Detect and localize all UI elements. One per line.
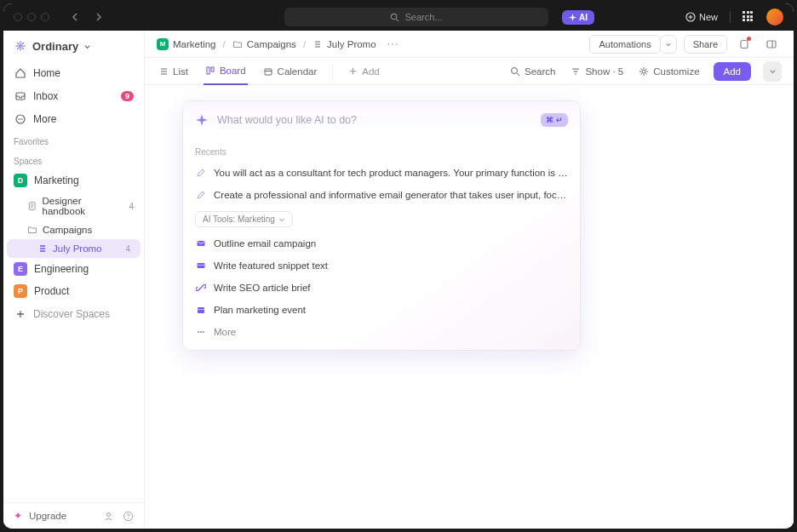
tool-item[interactable]: Write SEO article brief xyxy=(183,277,580,299)
svg-rect-21 xyxy=(198,265,205,266)
tree-label: Designer handbook xyxy=(43,196,124,216)
panel-icon xyxy=(765,38,777,50)
upgrade-label[interactable]: Upgrade xyxy=(29,511,66,521)
svg-point-11 xyxy=(128,518,129,518)
svg-point-9 xyxy=(106,512,110,516)
nav-back[interactable] xyxy=(66,8,85,26)
svg-rect-23 xyxy=(198,309,204,310)
dots-icon xyxy=(195,326,207,338)
recent-item[interactable]: You will act as a consultant for tech pr… xyxy=(183,162,580,184)
crumb-space[interactable]: M Marketing xyxy=(157,38,216,50)
tool-item[interactable]: Write featured snippet text xyxy=(183,255,580,277)
card-icon xyxy=(195,260,207,272)
crumb-page[interactable]: July Promo xyxy=(312,39,376,49)
maximize-dot[interactable] xyxy=(41,13,49,21)
home-icon xyxy=(14,66,26,79)
recent-text: Create a professional and informative em… xyxy=(214,190,568,200)
ai-prompt-row[interactable]: What would you like AI to do? ⌘ ↵ xyxy=(183,101,580,139)
new-label: New xyxy=(699,12,718,22)
automations-button[interactable]: Automations xyxy=(589,35,660,54)
plus-circle-icon xyxy=(685,12,696,22)
panel-toggle[interactable] xyxy=(761,34,782,54)
new-button[interactable]: New xyxy=(685,12,718,22)
user-avatar[interactable] xyxy=(766,9,783,26)
global-search[interactable]: Search... xyxy=(284,8,548,26)
sidebar-footer: ✦ Upgrade xyxy=(3,502,144,529)
tree-campaigns[interactable]: Campaigns xyxy=(3,220,144,239)
minimize-dot[interactable] xyxy=(27,13,36,21)
sidebar-home[interactable]: Home xyxy=(3,61,144,84)
tree-july-promo[interactable]: July Promo 4 xyxy=(7,239,140,258)
view-board[interactable]: Board xyxy=(204,58,248,85)
automations-dropdown[interactable] xyxy=(660,35,677,54)
nav-forward[interactable] xyxy=(89,8,107,26)
tool-item[interactable]: Plan marketing event xyxy=(183,299,580,321)
svg-point-24 xyxy=(198,331,199,333)
crumb-folder-label: Campaigns xyxy=(247,39,296,49)
recents-label: Recents xyxy=(183,142,580,162)
list-icon xyxy=(312,39,323,49)
tool-text: Write featured snippet text xyxy=(214,260,328,271)
folder-icon xyxy=(232,39,243,49)
apps-icon[interactable] xyxy=(743,11,754,23)
close-dot[interactable] xyxy=(14,13,22,21)
svg-rect-14 xyxy=(207,67,209,74)
tree-designer-handbook[interactable]: Designer handbook 4 xyxy=(3,192,144,220)
view-add[interactable]: Add xyxy=(347,58,381,85)
notifications-button[interactable] xyxy=(734,34,754,54)
more-label: More xyxy=(33,113,56,125)
svg-rect-13 xyxy=(767,41,776,48)
sidebar-more[interactable]: More xyxy=(3,107,144,130)
tool-text: Plan marketing event xyxy=(214,305,306,315)
toolbar-search[interactable]: Search xyxy=(508,58,557,85)
svg-rect-16 xyxy=(265,69,272,75)
view-tabs: List Board Calendar Add xyxy=(145,58,794,85)
svg-point-7 xyxy=(21,118,23,120)
help-icon[interactable] xyxy=(123,511,134,522)
more-menu-icon[interactable]: ⋯ xyxy=(387,37,398,51)
recent-item[interactable]: Create a professional and informative em… xyxy=(183,184,580,206)
workspace-switcher[interactable]: Ordinary xyxy=(3,31,144,61)
space-product[interactable]: P Product xyxy=(3,280,144,302)
folder-icon xyxy=(27,225,37,235)
svg-rect-19 xyxy=(198,241,205,246)
discover-spaces[interactable]: Discover Spaces xyxy=(3,302,144,325)
doc-icon xyxy=(27,201,37,211)
tools-chip[interactable]: AI Tools: Marketing xyxy=(195,211,293,227)
sparkle-icon xyxy=(569,14,576,21)
inbox-badge: 9 xyxy=(121,91,134,101)
toolbar-customize[interactable]: Customize xyxy=(637,58,701,85)
separator xyxy=(332,65,333,78)
titlebar: Search... AI New xyxy=(3,3,794,31)
favorites-section: Favorites xyxy=(3,130,144,150)
chevron-down-icon xyxy=(278,216,285,223)
separator xyxy=(730,11,731,23)
tool-item[interactable]: Outline email campaign xyxy=(183,232,580,255)
recent-text: You will act as a consultant for tech pr… xyxy=(214,168,568,178)
ai-button[interactable]: AI xyxy=(562,10,594,25)
gear-icon xyxy=(639,66,649,77)
add-button[interactable]: Add xyxy=(714,62,751,81)
space-engineering[interactable]: E Engineering xyxy=(3,258,144,280)
view-calendar[interactable]: Calendar xyxy=(261,58,319,85)
ai-shortcut: ⌘ ↵ xyxy=(541,113,568,127)
space-marketing[interactable]: D Marketing xyxy=(3,169,144,192)
space-label: Product xyxy=(34,285,69,297)
space-badge: E xyxy=(14,262,27,276)
crumb-sep: / xyxy=(303,39,306,49)
filter-icon xyxy=(571,66,581,77)
window-controls xyxy=(14,13,49,21)
svg-point-2 xyxy=(20,45,21,47)
view-list[interactable]: List xyxy=(157,58,190,85)
crumb-folder[interactable]: Campaigns xyxy=(232,39,296,49)
invite-icon[interactable] xyxy=(103,511,114,522)
sidebar-inbox[interactable]: Inbox 9 xyxy=(3,84,144,107)
share-button[interactable]: Share xyxy=(684,35,727,54)
more-tools[interactable]: More xyxy=(183,321,580,343)
chevron-down-icon xyxy=(83,43,91,50)
toolbar-show[interactable]: Show · 5 xyxy=(569,58,625,85)
inbox-icon xyxy=(14,89,26,102)
add-dropdown[interactable] xyxy=(763,61,782,82)
link-icon xyxy=(195,282,207,294)
ai-panel: What would you like AI to do? ⌘ ↵ Recent… xyxy=(182,100,581,351)
